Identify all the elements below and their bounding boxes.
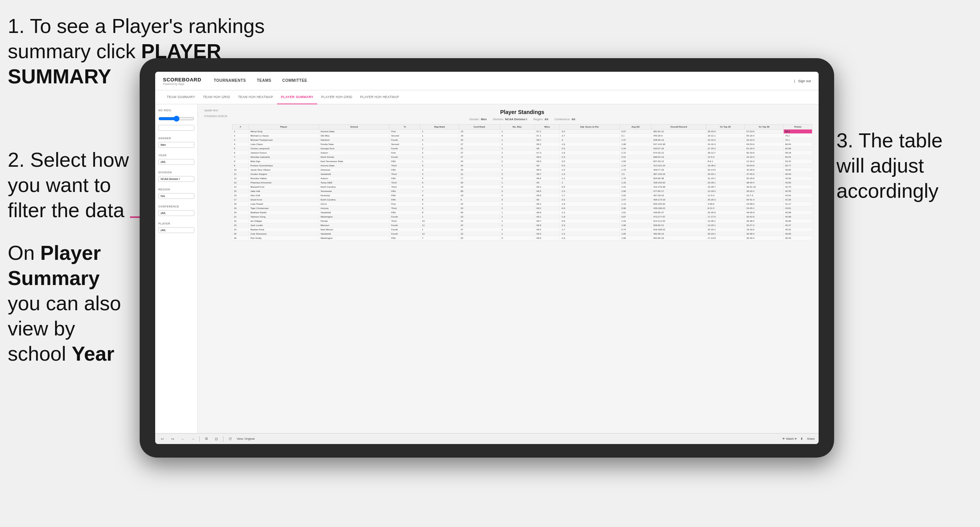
table-cell: Jacob Skov Olesen xyxy=(249,168,319,172)
table-cell: 35-26-4 xyxy=(745,236,783,240)
paste-button[interactable]: ⊡ xyxy=(213,435,220,442)
gender-select[interactable]: Men xyxy=(158,142,194,148)
nav-item-tournaments[interactable]: TOURNAMENTS xyxy=(209,72,251,90)
player-label: Player xyxy=(158,222,194,225)
table-cell: 60.89 xyxy=(783,147,812,151)
table-cell: 11-5-3 xyxy=(706,194,745,198)
table-cell: 24 xyxy=(459,219,500,223)
table-cell: Jake Hall xyxy=(249,189,319,194)
table-cell: 24 xyxy=(459,159,500,164)
download-button[interactable]: ⬇ xyxy=(800,437,803,441)
table-cell: 406-172-16 xyxy=(651,198,706,202)
table-cell: 21 xyxy=(459,172,500,176)
table-main: Player Standings Gender: Men Division: N… xyxy=(232,109,812,240)
table-cell: 605-90-38 xyxy=(651,176,706,181)
table-cell: 6 xyxy=(232,151,249,155)
table-cell: 42.54 xyxy=(783,194,812,198)
table-cell: 42.35 xyxy=(783,198,812,202)
table-cell: Washington xyxy=(319,215,390,219)
col-pts: Points xyxy=(783,124,812,130)
sub-nav-player-h2h-grid[interactable]: PLAYER H2H GRID xyxy=(317,90,356,104)
table-cell: Texas A&M xyxy=(319,181,390,185)
watch-button[interactable]: 👁 Watch ▾ xyxy=(782,437,796,441)
col-yr: Yr xyxy=(390,124,421,130)
clock-button[interactable]: ⏱ xyxy=(227,435,234,442)
table-cell: 2 xyxy=(500,228,535,232)
table-cell: 25-42-9 xyxy=(745,215,783,219)
no-rids-input[interactable] xyxy=(158,125,194,131)
table-cell: 2 xyxy=(420,147,459,151)
table-cell: Kentucky xyxy=(319,194,390,198)
year-section: Year (All) xyxy=(158,154,194,165)
table-cell: 10-10-2 xyxy=(706,138,745,142)
back-button[interactable]: ← xyxy=(179,435,186,442)
undo-button[interactable]: ↩ xyxy=(159,435,166,442)
table-row: 15Jake HallTennesseeFifth788068.5-1.51.6… xyxy=(232,189,812,194)
table-cell: 1.79 xyxy=(620,176,651,181)
table-row: 10Jacob Skov OlesenArkansasFifth325168.4… xyxy=(232,168,812,172)
table-cell: -1.5 xyxy=(559,189,620,194)
logo-main: SCOREBOARD xyxy=(163,77,201,83)
table-cell: 20-25-3 xyxy=(706,198,745,202)
sub-nav-team-summary[interactable]: TEAM SUMMARY xyxy=(163,90,199,104)
table-cell: 10 xyxy=(232,168,249,172)
col-adj: Adj. Score to Par xyxy=(559,124,620,130)
table-cell: -1.6 xyxy=(559,142,620,147)
table-cell: 22-22-0 xyxy=(745,138,783,142)
forward-button[interactable]: → xyxy=(189,435,196,442)
table-cell: Alex Goff xyxy=(249,194,319,198)
table-cell: 33-51-10 xyxy=(745,185,783,189)
conference-select[interactable]: (All) xyxy=(158,210,194,216)
table-cell: Petr Hruby xyxy=(249,236,319,240)
sub-nav-player-h2h-heatmap[interactable]: PLAYER H2H HEATMAP xyxy=(356,90,403,104)
meta-conference-key: Conference: xyxy=(554,117,570,121)
table-row: 12Brendan ValdesAuburnFifth477068.4-1.11… xyxy=(232,176,812,181)
table-cell: 26-32-2 xyxy=(745,189,783,194)
year-select[interactable]: (All) xyxy=(158,159,194,165)
table-cell: 1.14 xyxy=(620,164,651,168)
table-cell: Brendan Valdes xyxy=(249,176,319,181)
table-cell: 41.17 xyxy=(783,202,812,206)
table-row: 26Petr HrubyWashingtonFifth725068.6-1.61… xyxy=(232,236,812,240)
redo-button[interactable]: ↪ xyxy=(169,435,176,442)
sub-nav-team-h2h-heatmap[interactable]: TEAM H2H HEATMAP xyxy=(234,90,277,104)
meta-conference-val: All xyxy=(571,117,575,121)
table-cell: Fifth xyxy=(390,198,421,202)
sub-nav-team-h2h-grid[interactable]: TEAM H2H GRID xyxy=(199,90,234,104)
table-cell: -1.5 xyxy=(559,168,620,172)
table-cell: -0.5 xyxy=(559,185,620,189)
table-cell: 10-15-1 xyxy=(706,228,745,232)
table-cell: 2 xyxy=(500,147,535,151)
division-select[interactable]: NCAA Division I xyxy=(158,176,194,182)
nav-item-teams[interactable]: TEAMS xyxy=(252,72,276,90)
table-cell: 6 xyxy=(420,181,459,185)
player-select[interactable]: (All) xyxy=(158,227,194,233)
annotation-bottom-prefix: On xyxy=(8,242,40,264)
share-button[interactable]: Share xyxy=(807,437,815,441)
annotation-bottom-left: On Player Summary you can also view by s… xyxy=(8,240,132,366)
region-select[interactable]: N/a xyxy=(158,193,194,199)
col-vt25: Vs Top 25 xyxy=(706,124,745,130)
table-cell: 3 xyxy=(420,185,459,189)
gender-label: Gender xyxy=(158,137,194,140)
sign-out-link[interactable]: Sign out xyxy=(798,79,811,83)
meta-region-key: Region: xyxy=(533,117,544,121)
table-cell: 14-5-3 xyxy=(706,155,745,159)
table-row: 22Ian GilliganFloridaThird1024168.7-0.81… xyxy=(232,219,812,223)
table-cell: 8-21-5 xyxy=(706,206,745,211)
sub-nav-player-summary[interactable]: PLAYER SUMMARY xyxy=(277,90,317,104)
copy-button[interactable]: ⧉ xyxy=(203,435,210,442)
table-cell: 1 xyxy=(420,228,459,232)
table-cell: 28-15-0 xyxy=(706,130,745,134)
annotation-mid-text: Select how you want to filter the data xyxy=(8,149,129,221)
table-cell: 69.1 xyxy=(535,215,559,219)
table-cell: 69.4 xyxy=(535,228,559,232)
table-cell: 70.1 xyxy=(783,138,812,142)
nav-item-committee[interactable]: COMMITTEE xyxy=(278,72,312,90)
table-area: Update time: 27/03/2024 16:56:26 Player … xyxy=(198,104,819,433)
no-rids-slider[interactable] xyxy=(158,114,194,123)
table-cell: North Carolina xyxy=(319,198,390,202)
table-cell: 50.77 xyxy=(783,164,812,168)
col-player: Player xyxy=(249,124,319,130)
table-cell: 1 xyxy=(420,130,459,134)
